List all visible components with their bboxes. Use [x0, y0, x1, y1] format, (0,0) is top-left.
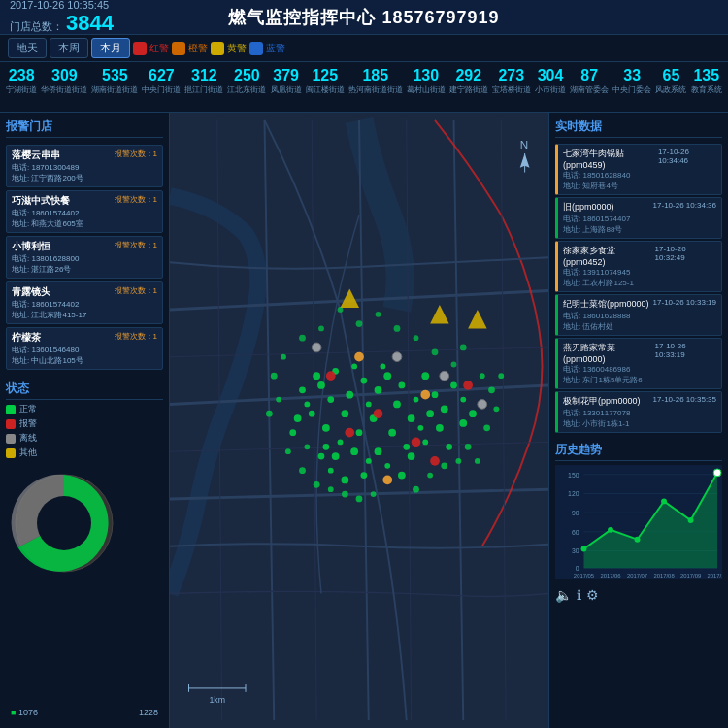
svg-point-1 [37, 496, 91, 550]
realtime-item-4[interactable]: 燕刃路家常菜(ppm0000) 17-10-26 10:33:19 电话: 13… [555, 338, 722, 389]
svg-point-126 [635, 537, 641, 543]
realtime-item-2[interactable]: 徐家家乡食堂(ppm0452) 17-10-26 10:32:49 电话: 13… [555, 241, 722, 292]
svg-point-73 [342, 491, 348, 498]
svg-text:30: 30 [572, 547, 579, 554]
stat-item-5: 250江北东街道 [225, 66, 268, 96]
svg-point-71 [356, 496, 363, 503]
svg-point-42 [341, 477, 348, 484]
svg-point-10 [327, 396, 334, 403]
svg-point-82 [299, 335, 306, 342]
label-red: 红警 [149, 42, 169, 55]
svg-text:120: 120 [568, 490, 579, 497]
svg-point-65 [413, 486, 419, 493]
stat-item-6: 379凤凰街道 [268, 66, 303, 96]
svg-point-28 [366, 458, 372, 464]
svg-point-11 [351, 364, 357, 370]
svg-point-20 [380, 364, 385, 370]
svg-point-92 [430, 456, 440, 466]
svg-text:2017/10: 2017/10 [707, 573, 722, 579]
svg-point-54 [281, 354, 286, 360]
svg-point-43 [328, 468, 334, 474]
svg-text:90: 90 [572, 510, 579, 516]
legend-section: 状态 正常 报警 离线 其他 [6, 381, 163, 461]
svg-text:2017/08: 2017/08 [653, 573, 675, 579]
svg-point-12 [383, 372, 391, 380]
svg-point-7 [341, 410, 348, 417]
svg-point-96 [478, 400, 487, 410]
main-content: 报警门店 落樱云串串 报警次数：1 电话: 18701300489 地址: 江宁… [0, 113, 728, 728]
svg-point-55 [271, 373, 278, 380]
svg-point-64 [498, 373, 504, 379]
svg-point-3 [317, 381, 325, 389]
realtime-item-3[interactable]: 纪明士菜馆(ppm0000) 17-10-26 10:33:19 电话: 186… [555, 294, 722, 336]
page-title: 燃气监控指挥中心 18576797919 [136, 6, 592, 29]
svg-text:150: 150 [568, 472, 579, 479]
svg-point-15 [356, 429, 363, 436]
stat-item-4: 312挹江门街道 [182, 66, 225, 96]
svg-point-75 [314, 481, 320, 488]
pie-label-total: 1228 [139, 708, 158, 717]
realtime-item-0[interactable]: 七家湾牛肉锅贴(ppm0459) 17-10-26 10:34:46 电话: 1… [555, 144, 722, 195]
svg-point-40 [398, 472, 406, 480]
speaker-icon[interactable]: 🔈 [555, 587, 572, 603]
label-yellow: 黄警 [227, 42, 247, 55]
alert-item-1[interactable]: 巧滋中式快餐 报警次数：1 电话: 18601574402 地址: 和燕大道60… [6, 190, 163, 233]
legend-dot-other [6, 448, 16, 458]
label-blue: 蓝警 [266, 42, 285, 55]
stat-item-2: 535湖南街道街道 [89, 66, 140, 96]
svg-point-5 [346, 391, 353, 399]
svg-point-25 [388, 429, 396, 437]
svg-text:60: 60 [572, 529, 579, 536]
svg-point-84 [432, 348, 439, 355]
nav-btn-1[interactable]: 本周 [50, 38, 88, 58]
info-icon[interactable]: ℹ [577, 587, 581, 603]
svg-point-53 [469, 410, 477, 417]
svg-point-9 [375, 386, 382, 394]
svg-point-88 [374, 409, 383, 418]
svg-point-127 [661, 498, 667, 504]
svg-point-34 [426, 410, 434, 417]
legend-title: 状态 [6, 381, 163, 400]
realtime-item-1[interactable]: 旧(ppm0000) 17-10-26 10:34:36 电话: 1860157… [555, 197, 722, 239]
svg-point-95 [440, 371, 449, 381]
alert-item-0[interactable]: 落樱云串串 报警次数：1 电话: 18701300489 地址: 江宁西路200… [6, 145, 163, 187]
svg-point-35 [417, 425, 423, 431]
alert-item-4[interactable]: 柠檬茶 报警次数：1 电话: 13601546480 地址: 中山北路105号 [6, 327, 163, 370]
svg-point-22 [299, 386, 306, 393]
svg-point-45 [294, 414, 302, 422]
svg-point-6 [360, 378, 367, 384]
svg-point-67 [441, 462, 447, 469]
svg-point-91 [463, 381, 473, 390]
svg-point-69 [465, 444, 472, 450]
stat-item-9: 130葛村山街道 [405, 66, 447, 96]
svg-point-36 [441, 405, 448, 413]
svg-point-27 [350, 447, 358, 455]
svg-point-57 [266, 411, 273, 417]
alerts-title: 报警门店 [6, 118, 163, 138]
settings-icon[interactable]: ⚙ [586, 587, 599, 603]
stat-item-12: 304小市街道 [533, 66, 568, 96]
svg-point-21 [313, 372, 320, 380]
map-area[interactable]: 1km N [170, 113, 548, 728]
nav-btn-2[interactable]: 本月 [91, 38, 130, 58]
svg-point-68 [455, 458, 461, 464]
alert-item-2[interactable]: 小博利恒 报警次数：1 电话: 13801628800 地址: 湛江路26号 [6, 236, 163, 279]
svg-point-78 [356, 320, 363, 327]
svg-point-124 [581, 546, 587, 552]
svg-point-62 [493, 406, 499, 412]
stat-item-13: 87湖南管委会 [568, 66, 611, 96]
legend-offline: 离线 [6, 432, 163, 445]
door-count: 3844 [66, 11, 114, 35]
alert-item-3[interactable]: 青露镜头 报警次数：1 电话: 18601574402 地址: 江北东路415-… [6, 281, 163, 324]
stats-row: 238宁湖街道309华侨街道街道535湖南街道街道627中央门街道312挹江门街… [4, 66, 724, 96]
chart-controls: 🔈 ℹ ⚙ [555, 587, 722, 603]
svg-text:2017/05: 2017/05 [574, 573, 595, 579]
svg-point-99 [382, 476, 392, 485]
svg-text:2017/09: 2017/09 [680, 573, 701, 579]
svg-point-51 [459, 419, 467, 427]
realtime-item-5[interactable]: 极制花甲(ppm0000) 17-10-26 10:35:35 电话: 1330… [555, 391, 722, 433]
svg-point-39 [384, 463, 390, 469]
svg-point-63 [483, 424, 490, 431]
svg-point-74 [328, 486, 334, 492]
nav-btn-0[interactable]: 地天 [8, 38, 47, 58]
